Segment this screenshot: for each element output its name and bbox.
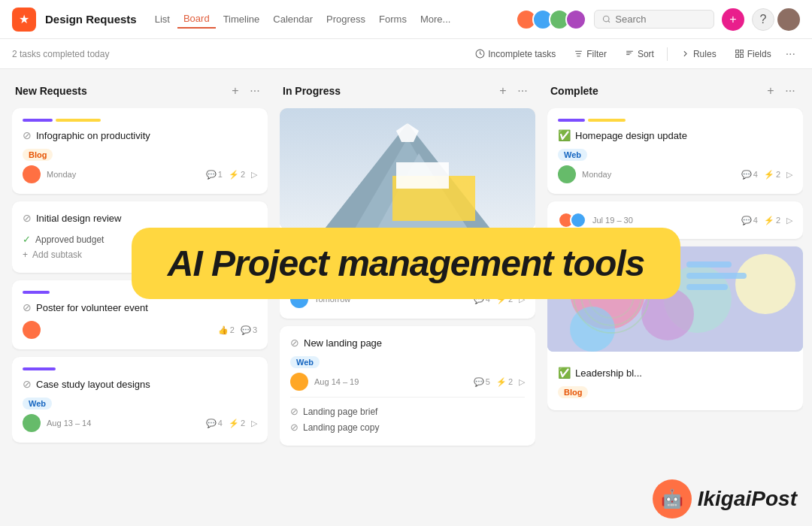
card-homepage[interactable]: ✅ Homepage design update Web Monday 💬 4 … [547,108,803,194]
tasks-completed-label: 2 tasks completed today [12,49,109,59]
nav-progress[interactable]: Progress [320,11,371,28]
card-blog-posts[interactable]: ⊘ Blog and social posts Web Tomorrow 💬 4… [280,243,535,319]
add-button[interactable]: + [722,8,744,31]
card-tags-6: Web [290,274,525,286]
abstract-svg [547,246,803,352]
svg-rect-19 [396,162,449,189]
svg-point-25 [570,307,615,352]
card-timeline[interactable]: Jul 19 – 30 💬 4 ⚡ 2 ▷ [547,201,803,239]
search-icon [602,14,611,24]
expand-6[interactable]: ▷ [519,295,525,304]
bar-yellow [56,119,101,122]
nav-list[interactable]: List [149,11,176,28]
subtask-brief: ⊘ Landing page brief [290,404,525,419]
comments-4: 💬 4 [206,419,223,428]
app-icon: ★ [12,8,36,32]
cards-new-requests: ⊘ Infographic on productivity Blog Monda… [12,108,268,514]
card-footer-6: Tomorrow 💬 4 ⚡ 2 ▷ [290,290,525,308]
card-tags-1: Blog [23,149,257,161]
check-icon-7: ⊘ [290,337,299,349]
search-input[interactable] [615,14,706,25]
tag-blog-1: Blog [23,149,53,161]
column-menu-in-progress[interactable]: ··· [513,81,532,101]
tag-web-4: Web [23,398,52,410]
expand-icon-1[interactable]: ▷ [251,170,257,180]
svg-rect-29 [686,261,732,268]
likes-3: 👍 2 [218,325,235,335]
column-header-new-requests: New Requests + ··· [12,81,268,108]
plus-icon: + [23,249,28,260]
sort-button[interactable]: Sort [617,45,662,63]
column-menu-complete[interactable]: ··· [780,81,800,101]
filter-button[interactable]: Filter [565,45,615,63]
card-tags-4: Web [23,398,257,410]
user-avatar[interactable] [777,8,800,31]
card-tags-7: Web [290,356,525,368]
fields-button[interactable]: Fields [726,45,780,63]
card-case-study[interactable]: ⊘ Case study layout designs Web Aug 13 –… [12,357,268,443]
add-card-new-requests[interactable]: + [226,81,245,101]
nav-calendar[interactable]: Calendar [267,11,319,28]
incomplete-tasks-button[interactable]: Incomplete tasks [467,45,564,63]
svg-rect-12 [740,55,743,58]
avatar-4 [565,9,586,30]
check-icon-2: ⊘ [23,212,32,224]
clock-icon [475,49,485,59]
check-icon-6: ⊘ [290,254,299,266]
nav-more[interactable]: More... [414,11,456,28]
card-tags-10: Blog [558,386,792,398]
card-infographic[interactable]: ⊘ Infographic on productivity Blog Monda… [12,108,268,194]
expand-4[interactable]: ▷ [251,419,257,428]
card-avatar-4 [23,414,41,432]
filter-icon [574,49,583,59]
comments-1: 💬 1 [206,170,223,180]
card-meta-1: 💬 1 ⚡ 2 ▷ [206,170,257,180]
card-meta-7: 💬 5 ⚡ 2 ▷ [474,377,525,387]
comments-6: 💬 4 [474,295,490,304]
column-new-requests: New Requests + ··· ⊘ Infographic on prod… [12,81,268,514]
help-button[interactable]: ? [752,8,774,31]
svg-rect-11 [735,55,738,58]
more-options-button[interactable]: ··· [781,44,800,64]
card-avatars-9 [558,212,586,228]
card-landing-page[interactable]: ⊘ New landing page Web Aug 14 – 19 💬 5 ⚡… [280,326,535,446]
search-bar[interactable] [594,10,714,29]
abstract-art [547,246,803,352]
card-avatar-3 [23,321,41,339]
tag-web-8: Web [558,149,587,161]
nav-board[interactable]: Board [177,10,216,29]
cards-complete: ✅ Homepage design update Web Monday 💬 4 … [547,108,803,514]
nav-forms[interactable]: Forms [373,11,413,28]
card-title-volunteer: ⊘ Poster for volunteer event [23,301,257,313]
card-footer-7: Aug 14 – 19 💬 5 ⚡ 2 ▷ [290,373,525,391]
add-subtask-btn[interactable]: + Add subtask [23,247,257,262]
card-design-review[interactable]: ⊘ Initial design review ✓ Approved budge… [12,201,268,273]
board: New Requests + ··· ⊘ Infographic on prod… [0,69,812,526]
card-mountain-image[interactable] [280,108,535,236]
nav-timeline[interactable]: Timeline [217,11,266,28]
column-in-progress: In Progress + ··· [280,81,535,514]
sort-icon [625,49,635,59]
card-leadership[interactable]: ✅ Leadership bl... Blog [547,246,803,410]
add-card-in-progress[interactable]: + [493,81,513,101]
card-footer-10: ✅ Leadership bl... Blog [547,359,803,410]
card-volunteer[interactable]: ⊘ Poster for volunteer event 👍 2 💬 3 [12,280,268,349]
check-icon-10: ✅ [558,367,571,379]
column-title-new-requests: New Requests [15,85,87,97]
card-date-4: Aug 13 – 14 [47,419,91,428]
column-title-complete: Complete [550,85,598,97]
subtask-check-done: ✓ [23,234,31,245]
expand-8[interactable]: ▷ [786,170,792,180]
column-menu-new-requests[interactable]: ··· [245,81,265,101]
subtask-check-brief: ⊘ [290,406,298,417]
rules-button[interactable]: Rules [672,45,725,63]
card-date-8: Monday [582,170,611,179]
expand-7[interactable]: ▷ [519,377,525,387]
filter-divider [667,47,668,61]
comments-7: 💬 5 [474,377,490,387]
expand-9[interactable]: ▷ [786,216,792,225]
second-bar: 2 tasks completed today Incomplete tasks… [0,39,812,69]
add-card-complete[interactable]: + [761,81,780,101]
card-meta-3: 👍 2 💬 3 [218,325,257,335]
comments-3: 💬 3 [241,325,257,335]
